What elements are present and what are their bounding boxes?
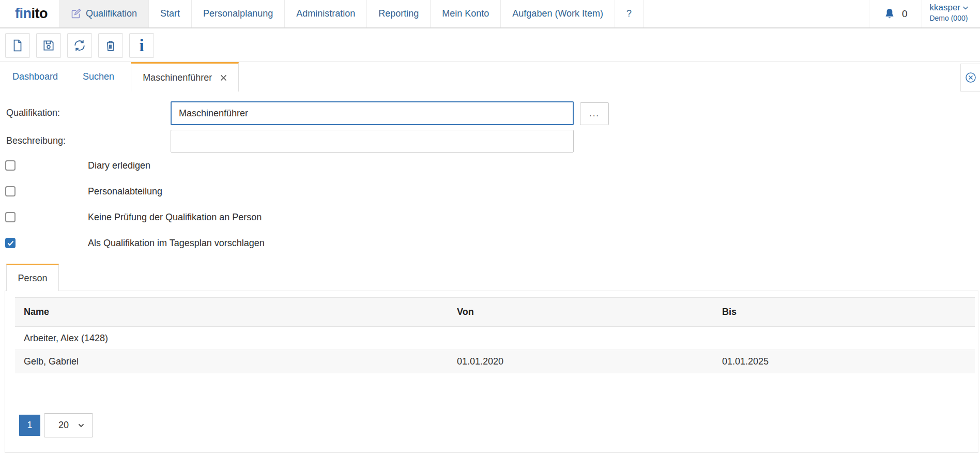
checkbox-row-tagesplan: Als Qualifikation im Tagesplan vorschlag… — [5, 238, 265, 248]
tab-label: Maschinenführer — [143, 72, 212, 83]
checkbox-label: Diary erledigen — [88, 160, 150, 171]
cell-name: Gelb, Gabriel — [15, 356, 448, 367]
qualifikation-input[interactable] — [171, 101, 574, 125]
nav-item-help[interactable]: ? — [615, 0, 644, 27]
nav-item-start[interactable]: Start — [148, 0, 191, 27]
user-tenant: Demo (000) — [929, 14, 970, 22]
checkbox-row-diary: Diary erledigen — [5, 160, 265, 171]
column-header-name: Name — [15, 307, 448, 317]
table-row[interactable]: Gelb, Gabriel 01.01.2020 01.01.2025 — [15, 350, 975, 373]
person-panel: Name Von Bis Arbeiter, Alex (1428) Gelb,… — [5, 291, 978, 453]
page-size-value: 20 — [58, 420, 69, 431]
keine-pruefung-checkbox[interactable] — [5, 212, 16, 222]
nav-item-qualifikation[interactable]: Qualifikation — [59, 0, 148, 27]
new-document-icon — [11, 39, 24, 52]
user-menu[interactable]: kkasper Demo (000) — [922, 0, 980, 27]
tab-strip: Dashboard Suchen Maschinenführer — [0, 62, 980, 92]
checkbox-row-keine-pruefung: Keine Prüfung der Qualifikation an Perso… — [5, 212, 265, 222]
app-window: finito Qualifikation Start Personalplanu… — [0, 0, 980, 455]
tab-label: Suchen — [83, 71, 114, 82]
chevron-down-icon — [961, 4, 970, 12]
select-chevron-icon — [77, 421, 85, 430]
nav-item-label: Aufgaben (Work Item) — [512, 8, 603, 19]
checkbox-label: Keine Prüfung der Qualifikation an Perso… — [88, 212, 262, 223]
app-logo: finito — [0, 0, 59, 27]
nav-item-label: Administration — [296, 8, 355, 19]
delete-button[interactable] — [98, 33, 123, 58]
nav-item-label: Personalplanung — [203, 8, 273, 19]
qualifikation-label: Qualifikation: — [6, 108, 60, 118]
nav-item-administration[interactable]: Administration — [284, 0, 366, 27]
nav-item-personalplanung[interactable]: Personalplanung — [191, 0, 284, 27]
nav-item-reporting[interactable]: Reporting — [366, 0, 430, 27]
page-size-select[interactable]: 20 — [44, 413, 93, 437]
beschreibung-label: Beschreibung: — [6, 135, 66, 146]
close-all-tabs-button[interactable] — [960, 64, 980, 92]
refresh-icon — [72, 38, 87, 53]
tab-maschinenfuehrer[interactable]: Maschinenführer — [131, 62, 239, 92]
logo-text-dark: ito — [32, 6, 48, 22]
info-button[interactable]: i — [129, 33, 154, 58]
tab-person[interactable]: Person — [6, 264, 59, 291]
bell-icon — [884, 8, 895, 20]
cell-bis: 01.01.2025 — [713, 356, 975, 367]
nav-item-label: ? — [626, 8, 632, 19]
logo-text-blue: fin — [15, 6, 32, 22]
notifications-button[interactable]: 0 — [869, 0, 922, 27]
close-circle-icon — [964, 71, 977, 84]
diary-erledigen-checkbox[interactable] — [5, 160, 16, 171]
nav-item-mein-konto[interactable]: Mein Konto — [430, 0, 500, 27]
personalabteilung-checkbox[interactable] — [5, 186, 16, 196]
checkmark-icon — [7, 240, 14, 246]
tab-label: Dashboard — [12, 71, 58, 82]
table-header-row: Name Von Bis — [15, 297, 975, 327]
navbar-right-cluster: 0 kkasper Demo (000) — [869, 0, 980, 27]
nav-item-label: Reporting — [378, 8, 419, 19]
nav-item-aufgaben[interactable]: Aufgaben (Work Item) — [500, 0, 615, 27]
tab-suchen[interactable]: Suchen — [70, 62, 127, 92]
column-header-bis: Bis — [713, 307, 975, 317]
column-header-von: Von — [448, 307, 713, 317]
tab-label: Person — [18, 273, 47, 284]
refresh-button[interactable] — [67, 33, 92, 58]
info-icon: i — [139, 37, 144, 54]
page-1-button[interactable]: 1 — [19, 415, 40, 436]
tab-dashboard[interactable]: Dashboard — [0, 62, 70, 92]
notification-count: 0 — [902, 8, 908, 20]
toolbar: i — [0, 29, 980, 62]
cell-name: Arbeiter, Alex (1428) — [15, 333, 448, 344]
save-icon — [42, 39, 55, 52]
nav-item-label: Mein Konto — [442, 8, 489, 19]
checkbox-group: Diary erledigen Personalabteilung Keine … — [5, 160, 265, 264]
user-name: kkasper — [929, 3, 960, 13]
edit-icon — [70, 8, 81, 19]
top-navbar: finito Qualifikation Start Personalplanu… — [0, 0, 980, 28]
nav-item-label: Start — [160, 8, 180, 19]
browse-button[interactable]: ... — [580, 102, 609, 125]
person-table: Name Von Bis Arbeiter, Alex (1428) Gelb,… — [15, 297, 975, 373]
delete-icon — [104, 39, 117, 52]
table-row[interactable]: Arbeiter, Alex (1428) — [15, 327, 975, 350]
tagesplan-checkbox[interactable] — [5, 238, 16, 248]
close-tab-icon[interactable] — [220, 74, 227, 81]
save-button[interactable] — [36, 33, 61, 58]
beschreibung-input[interactable] — [171, 130, 574, 153]
checkbox-row-personalabteilung: Personalabteilung — [5, 186, 265, 196]
checkbox-label: Personalabteilung — [88, 186, 162, 197]
cell-von: 01.01.2020 — [448, 356, 713, 367]
nav-item-label: Qualifikation — [86, 8, 137, 19]
checkbox-label: Als Qualifikation im Tagesplan vorschlag… — [88, 238, 265, 249]
new-document-button[interactable] — [5, 33, 30, 58]
